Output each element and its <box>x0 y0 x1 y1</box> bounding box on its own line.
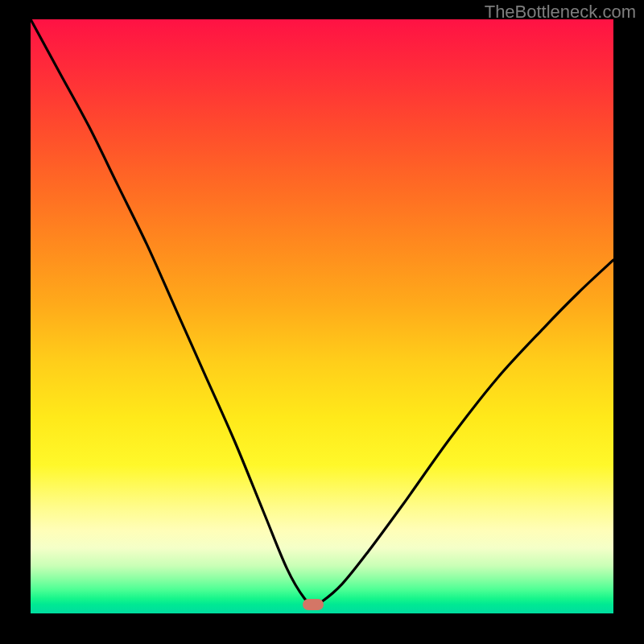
optimum-marker <box>303 599 324 610</box>
bottleneck-curve <box>31 19 613 613</box>
plot-area <box>31 19 613 613</box>
watermark-text: TheBottleneck.com <box>485 2 636 23</box>
chart-frame: TheBottleneck.com <box>0 0 644 644</box>
